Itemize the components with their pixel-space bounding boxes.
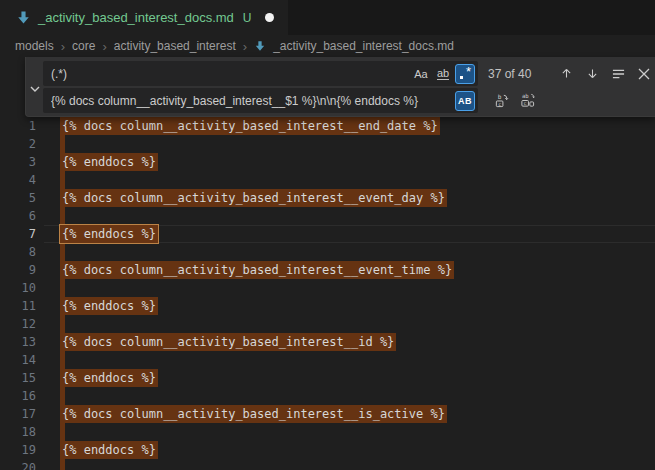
- line-number: 13: [0, 333, 36, 351]
- editor[interactable]: 1{% docs column__activity_based_interest…: [0, 57, 655, 470]
- line-number: 6: [0, 207, 36, 225]
- code-line-1[interactable]: 1{% docs column__activity_based_interest…: [0, 117, 655, 135]
- line-content: {% docs column__activity_based_interest_…: [62, 189, 445, 207]
- svg-text:ab: ab: [521, 93, 528, 99]
- code-line-11[interactable]: 11{% enddocs %}: [0, 297, 655, 315]
- line-number: 2: [0, 135, 36, 153]
- empty-line-match-highlight: [60, 243, 65, 261]
- find-match: {% enddocs %}: [60, 369, 158, 387]
- empty-line-match-highlight: [60, 459, 65, 470]
- line-number: 3: [0, 153, 36, 171]
- svg-text:b: b: [497, 93, 501, 100]
- previous-match-button[interactable]: [555, 63, 577, 85]
- find-match: {% enddocs %}: [60, 441, 158, 459]
- line-number: 10: [0, 279, 36, 297]
- line-content: {% docs column__activity_based_interest_…: [62, 405, 445, 423]
- tab-bar: _activity_based_interest_docs.md U: [0, 0, 655, 35]
- code-line-12[interactable]: 12: [0, 315, 655, 333]
- breadcrumb-item-activity-based-interest[interactable]: activity_based_interest: [114, 39, 236, 53]
- find-match: {% docs column__activity_based_interest_…: [60, 189, 447, 207]
- line-number: 14: [0, 351, 36, 369]
- breadcrumb-item-models[interactable]: models: [15, 39, 54, 53]
- close-icon[interactable]: [633, 63, 655, 85]
- line-content: {% enddocs %}: [62, 369, 156, 387]
- line-content: {% enddocs %}: [62, 225, 156, 243]
- find-input-wrap: Aa ab *: [43, 61, 478, 86]
- find-in-selection-icon[interactable]: [607, 63, 629, 85]
- code-line-14[interactable]: 14: [0, 351, 655, 369]
- code-line-17[interactable]: 17{% docs column__activity_based_interes…: [0, 405, 655, 423]
- find-match: {% enddocs %}: [60, 153, 158, 171]
- regex-icon[interactable]: *: [455, 64, 475, 84]
- svg-text:c: c: [523, 100, 526, 106]
- line-content: {% enddocs %}: [62, 441, 156, 459]
- tab-filename: _activity_based_interest_docs.md: [38, 10, 234, 25]
- line-content: {% docs column__activity_based_interest_…: [62, 333, 394, 351]
- code-line-16[interactable]: 16: [0, 387, 655, 405]
- whole-word-icon[interactable]: ab: [433, 64, 453, 84]
- git-status-badge: U: [243, 11, 252, 25]
- breadcrumb-item-file[interactable]: _activity_based_interest_docs.md: [273, 39, 454, 53]
- line-content: [62, 387, 65, 405]
- current-find-match: {% enddocs %}: [60, 225, 158, 243]
- next-match-button[interactable]: [581, 63, 603, 85]
- chevron-right-icon: ›: [102, 39, 106, 54]
- code-line-19[interactable]: 19{% enddocs %}: [0, 441, 655, 459]
- code-line-9[interactable]: 9{% docs column__activity_based_interest…: [0, 261, 655, 279]
- code-line-18[interactable]: 18: [0, 423, 655, 441]
- tab-active[interactable]: _activity_based_interest_docs.md U: [0, 0, 288, 35]
- line-number: 8: [0, 243, 36, 261]
- line-number: 4: [0, 171, 36, 189]
- svg-text:c: c: [498, 101, 501, 107]
- find-match: {% docs column__activity_based_interest_…: [60, 333, 396, 351]
- code-line-15[interactable]: 15{% enddocs %}: [0, 369, 655, 387]
- chevron-right-icon: ›: [243, 39, 247, 54]
- replace-row: AB b c: [43, 88, 655, 113]
- line-number: 15: [0, 369, 36, 387]
- replace-input-wrap: AB: [43, 88, 478, 113]
- replace-input[interactable]: [43, 88, 478, 113]
- breadcrumb: models › core › activity_based_interest …: [0, 35, 655, 57]
- breadcrumb-item-core[interactable]: core: [72, 39, 95, 53]
- vscode-window: _activity_based_interest_docs.md U model…: [0, 0, 655, 470]
- code-line-5[interactable]: 5{% docs column__activity_based_interest…: [0, 189, 655, 207]
- modified-dot-icon[interactable]: [265, 13, 274, 22]
- toggle-replace-button[interactable]: [26, 57, 43, 116]
- results-count: 37 of 40: [488, 67, 543, 81]
- code-line-13[interactable]: 13{% docs column__activity_based_interes…: [0, 333, 655, 351]
- code-line-3[interactable]: 3{% enddocs %}: [0, 153, 655, 171]
- code-line-20[interactable]: 20: [0, 459, 655, 470]
- line-content: [62, 423, 65, 441]
- line-number: 11: [0, 297, 36, 315]
- line-content: [62, 135, 65, 153]
- code-line-4[interactable]: 4: [0, 171, 655, 189]
- code-line-7[interactable]: 7{% enddocs %}: [0, 225, 655, 243]
- code-line-10[interactable]: 10: [0, 279, 655, 297]
- line-number: 18: [0, 423, 36, 441]
- match-case-icon[interactable]: Aa: [411, 64, 431, 84]
- replace-all-button[interactable]: ab c: [516, 90, 538, 112]
- line-content: [62, 207, 65, 225]
- find-match: {% enddocs %}: [60, 297, 158, 315]
- line-content: [62, 243, 65, 261]
- code-line-6[interactable]: 6: [0, 207, 655, 225]
- chevron-right-icon: ›: [61, 39, 65, 54]
- empty-line-match-highlight: [60, 351, 65, 369]
- replace-button[interactable]: b c: [490, 90, 512, 112]
- line-number: 12: [0, 315, 36, 333]
- code-line-2[interactable]: 2: [0, 135, 655, 153]
- line-number: 19: [0, 441, 36, 459]
- preserve-case-icon[interactable]: AB: [455, 91, 475, 111]
- empty-line-match-highlight: [60, 207, 65, 225]
- code-line-8[interactable]: 8: [0, 243, 655, 261]
- line-number: 17: [0, 405, 36, 423]
- line-number: 20: [0, 459, 36, 470]
- line-content: [62, 351, 65, 369]
- markdown-file-icon: [254, 40, 266, 52]
- line-number: 16: [0, 387, 36, 405]
- empty-line-match-highlight: [60, 279, 65, 297]
- line-content: {% docs column__activity_based_interest_…: [62, 261, 452, 279]
- find-replace-widget: Aa ab * 37 of 40: [25, 57, 655, 117]
- line-content: [62, 459, 65, 470]
- find-row: Aa ab * 37 of 40: [43, 61, 655, 86]
